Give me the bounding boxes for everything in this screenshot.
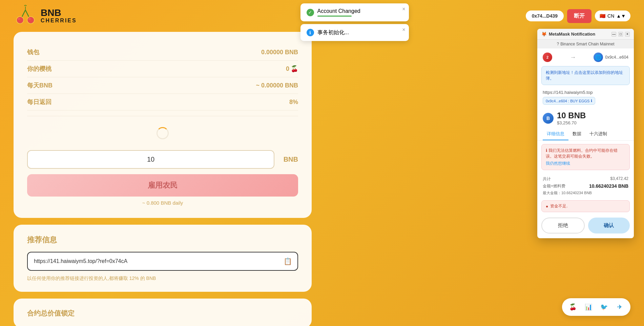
tab-details[interactable]: 详细信息: [543, 128, 568, 140]
total-section: 共计 $3,472.42 金额+燃料费 10.66240234 BNB 最大金额…: [537, 174, 634, 198]
total-bnb-row: 金额+燃料费 10.66240234 BNB: [543, 183, 628, 189]
referral-title: 推荐信息: [27, 235, 298, 245]
hire-farmer-button[interactable]: 雇用农民: [27, 174, 298, 197]
network-name: Binance Smart Chain Mainnet: [560, 42, 614, 46]
max-label: 最大金额：10.66240234 BNB: [543, 190, 628, 196]
continue-anyway-link[interactable]: 我仍然想继续: [546, 161, 625, 166]
account-from: 2: [543, 53, 552, 62]
notification-tx-init: ℹ 事务初始化... ×: [300, 24, 409, 41]
banner-text: 检测到新地址！点击这里以添加到你的地址簿。: [546, 70, 623, 81]
daily-return-label: 每日返回: [27, 98, 51, 106]
logo-text-block: BNB CHERRIES: [41, 8, 77, 24]
cherries-social-icon[interactable]: 🍒: [567, 302, 578, 312]
metamask-window: 🦊 MetaMask Notification — □ × ? Binance …: [537, 29, 634, 238]
copy-icon: 📋: [284, 258, 292, 265]
tab-hex[interactable]: 十六进制: [585, 128, 611, 140]
daily-estimate: ~ 0.800 BNB daily: [27, 200, 298, 206]
metamask-fox-icon: 🦊: [541, 32, 547, 37]
confirm-button[interactable]: 确认: [588, 218, 630, 233]
header-right: 0x74...D439 断开 🇨🇳 CN ▲▼: [455, 9, 630, 23]
chart-social-icon[interactable]: 📊: [583, 302, 594, 312]
info-icon: ℹ: [591, 99, 592, 103]
logo-cherries: CHERRIES: [41, 18, 77, 24]
to-account-address: 0x9c4...e604: [605, 55, 628, 60]
stats-card: 钱包 0.00000 BNB 你的樱桃 0 🍒 每天BNB ~ 0.00000 …: [14, 32, 312, 218]
close-button[interactable]: ×: [625, 32, 630, 37]
cherry-value: 0 🍒: [286, 65, 298, 73]
total-usd: $3,472.42: [610, 176, 628, 182]
referral-card: 推荐信息 📋 以任何使用你的推荐链接进行投资的人,都将赚取 12% 的 BNB: [14, 225, 312, 292]
metamask-network: ? Binance Smart Chain Mainnet: [537, 40, 634, 48]
daily-return-value: 8%: [289, 99, 298, 106]
bnb-unit-label: BNB: [278, 156, 298, 163]
notif-account-changed-text: Account Changed: [317, 8, 360, 14]
warning-icon: ℹ: [546, 148, 547, 153]
flag-icon: 🇨🇳: [600, 13, 605, 19]
maximize-button[interactable]: □: [618, 32, 623, 37]
total-bnb: 10.66240234 BNB: [589, 183, 628, 189]
left-column: 钱包 0.00000 BNB 你的樱桃 0 🍒 每天BNB ~ 0.00000 …: [14, 32, 312, 326]
language-selector[interactable]: 🇨🇳 CN ▲▼: [595, 11, 630, 21]
notification-account-changed: ✓ Account Changed ×: [300, 3, 409, 21]
bnb-amount-input[interactable]: [27, 150, 274, 169]
from-account-avatar: 2: [543, 53, 552, 62]
gas-warning-box: ℹ 我们无法估算燃料。合约中可能存在错误。这笔交易可能会失败。 我仍然想继续: [541, 144, 630, 170]
metamask-accounts: 2 → 🌐 0x9c4...e604: [537, 48, 634, 66]
daily-bnb-label: 每天BNB: [27, 81, 53, 89]
from-account-num: 2: [546, 55, 548, 59]
bnb-amount: 10 BNB: [557, 111, 586, 120]
total-row: 共计 $3,472.42: [543, 176, 628, 182]
metamask-titlebar: 🦊 MetaMask Notification — □ ×: [537, 29, 634, 40]
logo: BNB CHERRIES: [14, 4, 77, 28]
referral-description: 以任何使用你的推荐链接进行投资的人,都将赚取 12% 的 BNB: [27, 276, 298, 282]
twitter-social-icon[interactable]: 🐦: [599, 302, 609, 312]
disconnect-button[interactable]: 断开: [567, 9, 591, 23]
notif-tx-close-button[interactable]: ×: [402, 27, 405, 33]
contract-value-card: 合约总价值锁定: [14, 299, 312, 326]
referral-url-input[interactable]: [28, 253, 278, 269]
tab-data[interactable]: 数据: [568, 128, 585, 140]
reject-button[interactable]: 拒绝: [541, 218, 585, 233]
error-icon: ●: [546, 204, 548, 209]
copy-referral-button[interactable]: 📋: [278, 252, 297, 270]
insufficient-funds-error: ● 资金不足.: [541, 200, 630, 212]
svg-point-6: [28, 18, 31, 20]
input-row: BNB: [27, 150, 298, 169]
daily-bnb-stat-row: 每天BNB ~ 0.00000 BNB: [27, 77, 298, 94]
notif-progress-bar: [317, 16, 352, 17]
loading-spinner: [157, 127, 169, 139]
cherry-emoji: 🍒: [291, 65, 298, 73]
contract-tag: 0x9c4...e604 : BUY EGGS ℹ: [543, 97, 595, 105]
new-address-banner[interactable]: 检测到新地址！点击这里以添加到你的地址簿。: [541, 66, 630, 85]
lang-label: CN: [607, 13, 614, 19]
window-controls: — □ ×: [611, 32, 630, 37]
fee-label: 金额+燃料费: [543, 183, 565, 189]
metamask-title-text: MetaMask Notification: [549, 32, 595, 37]
notif-close-button[interactable]: ×: [402, 6, 405, 12]
cherry-label: 你的樱桃: [27, 65, 51, 73]
total-label: 共计: [543, 176, 551, 182]
telegram-social-icon[interactable]: ✈: [614, 302, 625, 312]
wallet-value: 0.00000 BNB: [261, 49, 298, 56]
notif-tx-text: 事务初始化...: [317, 29, 349, 36]
question-icon: ?: [557, 42, 559, 46]
warning-text: 我们无法估算燃料。合约中可能存在错误。这笔交易可能会失败。: [546, 148, 618, 159]
wallet-address: 0x74...D439: [526, 11, 564, 21]
account-to: 🌐 0x9c4...e604: [594, 53, 628, 62]
contract-tag-text: 0x9c4...e604 : BUY EGGS: [546, 99, 589, 103]
cherry-stat-row: 你的樱桃 0 🍒: [27, 61, 298, 77]
contract-value-title: 合约总价值锁定: [27, 309, 298, 318]
info-icon: ℹ: [307, 29, 314, 36]
bnb-token-icon: B: [543, 113, 554, 124]
balance-amounts: 10 BNB $3,256.70: [557, 111, 586, 125]
daily-bnb-value: ~ 0.00000 BNB: [256, 82, 298, 89]
minimize-button[interactable]: —: [611, 32, 616, 37]
loader-container: [27, 122, 298, 145]
social-bar: 🍒 📊 🐦 ✈: [562, 298, 630, 316]
error-text: 资金不足.: [550, 203, 567, 209]
metamask-tabs: 详细信息 数据 十六进制: [537, 128, 634, 141]
usd-amount: $3,256.70: [557, 120, 586, 125]
metamask-title: 🦊 MetaMask Notification: [541, 32, 595, 37]
referral-url-row: 📋: [27, 252, 298, 271]
notif-content: Account Changed: [317, 8, 360, 17]
